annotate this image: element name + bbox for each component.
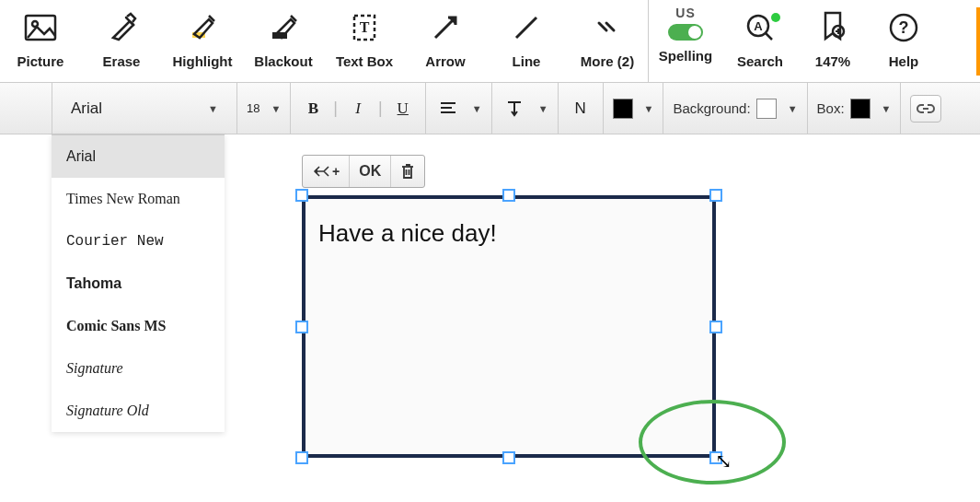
link-button[interactable] [910,95,941,123]
picture-label: Picture [17,53,64,69]
normalize-button[interactable]: N [568,94,594,123]
font-option-comicsans[interactable]: Comic Sans MS [52,305,225,347]
format-bar: Arial ▼ 18 ▼ B | I | U ▼ ▼ N ▼ Backgroun… [0,83,980,134]
resize-handle-bl[interactable] [295,451,308,464]
font-option-signature[interactable]: Signature [52,347,225,390]
spelling-toggle[interactable] [668,24,703,41]
vertical-align-button[interactable] [502,94,527,123]
textbox-label: Text Box [336,53,393,69]
erase-icon [103,9,140,46]
picture-icon [22,9,59,46]
line-icon [508,9,545,46]
textbox-content[interactable]: Have a nice day! [302,195,716,458]
spelling-label: Spelling [659,48,712,64]
highlight-label: Highlight [173,53,233,69]
resize-cursor-icon: ⤡ [715,449,732,473]
separator: | [331,99,340,118]
align-button[interactable] [435,94,461,123]
box-color-swatch[interactable] [850,99,870,119]
chevron-down-icon[interactable]: ▼ [472,103,482,114]
textbox-tool[interactable]: T Text Box [324,6,405,69]
text-color-swatch[interactable] [613,99,633,119]
blackout-label: Blackout [254,53,312,69]
font-option-signature-old[interactable]: Signature Old [52,390,225,432]
font-size-value[interactable]: 18 [247,101,259,115]
chevron-down-icon[interactable]: ▼ [271,103,281,114]
more-tools[interactable]: More (2) [567,6,648,69]
chevron-down-icon: ▼ [208,103,218,114]
italic-button[interactable]: I [345,94,371,123]
font-family-dropdown: Arial Times New Roman Courier New Tahoma… [52,134,225,432]
bold-button[interactable]: B [300,94,326,123]
picture-tool[interactable]: Picture [0,6,81,69]
svg-text:A: A [754,19,763,33]
highlight-tool[interactable]: Highlight [162,6,243,69]
arrow-label: Arrow [425,53,465,69]
font-option-courier[interactable]: Courier New [52,220,225,263]
spelling-tool[interactable]: US Spelling [648,6,723,64]
spelling-lang-code: US [675,6,695,20]
erase-label: Erase [103,53,141,69]
svg-text:T: T [360,19,370,35]
blackout-icon [265,9,302,46]
help-icon: ? [885,9,922,46]
background-color-swatch[interactable] [756,99,777,119]
separator: | [376,99,385,118]
resize-handle-tl[interactable] [295,189,308,202]
background-label: Background: [673,100,750,116]
blackout-tool[interactable]: Blackout [243,6,324,69]
font-option-times[interactable]: Times New Roman [52,178,225,220]
underline-button[interactable]: U [390,94,416,123]
resize-handle-tr[interactable] [709,189,722,202]
font-option-arial[interactable]: Arial [52,135,225,178]
zoom-label: 147% [815,53,850,69]
line-label: Line [513,53,541,69]
zoom-tool[interactable]: 147% [797,6,869,69]
search-tool[interactable]: A Search [723,6,797,69]
main-toolbar: Picture Erase Highlight [0,0,980,83]
arrow-tool[interactable]: Arrow [405,6,486,69]
line-tool[interactable]: Line [486,6,567,69]
delete-button[interactable] [391,156,424,187]
accent-bar [976,7,980,76]
more-label: More (2) [581,53,634,69]
resize-handle-bm[interactable] [502,451,515,464]
zoom-icon [814,9,851,46]
textbox-context-toolbar: + OK [302,155,425,188]
resize-handle-ml[interactable] [295,321,308,333]
font-family-value: Arial [71,99,102,118]
resize-handle-tm[interactable] [502,189,515,202]
textbox-icon: T [346,9,383,46]
svg-text:?: ? [899,18,909,37]
erase-tool[interactable]: Erase [81,6,162,69]
search-label: Search [737,53,783,69]
ok-label: OK [359,163,381,180]
highlight-icon [184,9,221,46]
chevron-down-icon[interactable]: ▼ [882,103,892,114]
chevron-down-icon[interactable]: ▼ [644,103,654,114]
more-icon [589,9,626,46]
help-tool[interactable]: ? Help [869,6,939,69]
arrow-icon [427,9,464,46]
chevron-down-icon[interactable]: ▼ [788,103,798,114]
move-handle-button[interactable]: + [303,156,350,187]
help-label: Help [889,53,919,69]
box-label: Box: [817,100,845,116]
resize-handle-mr[interactable] [709,321,722,333]
font-family-select[interactable]: Arial ▼ [62,94,227,123]
search-indicator-dot [771,13,780,22]
font-option-tahoma[interactable]: Tahoma [52,263,225,305]
ok-button[interactable]: OK [350,156,391,187]
chevron-down-icon[interactable]: ▼ [538,103,548,114]
textbox-selection[interactable]: Have a nice day! ⤡ [302,195,716,458]
